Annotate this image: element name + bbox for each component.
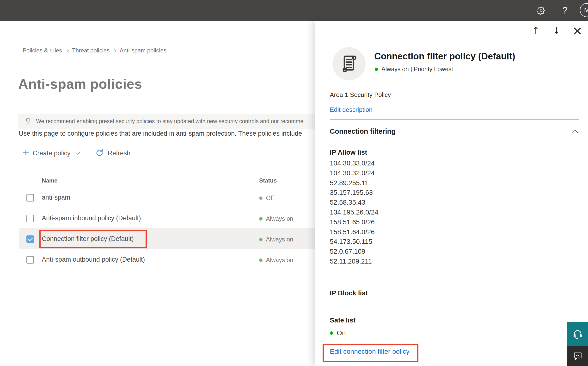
section-connection-filtering[interactable]: Connection filtering — [330, 128, 579, 135]
divider — [330, 119, 579, 120]
ip-entry: 52.89.255.11 — [330, 178, 378, 188]
row-name[interactable]: Anti-spam outbound policy (Default) — [42, 256, 145, 263]
details-panel: ↑ ↓ × Connection filter policy (Default) — [315, 21, 588, 366]
arrow-up-icon: ↑ — [532, 25, 540, 36]
row-checkbox[interactable] — [26, 215, 34, 222]
policy-description: Area 1 Security Policy — [330, 91, 391, 99]
ip-entry: 35.157.195.63 — [330, 188, 378, 198]
banner-text: We recommend enabling preset security po… — [36, 118, 303, 125]
status-dot-on — [330, 331, 333, 335]
row-name[interactable]: Connection filter policy (Default) — [42, 235, 134, 243]
ip-entry: 52.11.209.211 — [330, 257, 378, 267]
table-row-connection-filter-policy[interactable]: Connection filter policy (Default) Alway… — [19, 229, 315, 249]
avatar-initial: M — [584, 7, 588, 14]
safe-list-label: Safe list — [330, 316, 355, 324]
row-status: Always on — [259, 236, 293, 243]
toolbar: + Create policy Refresh — [22, 147, 130, 159]
chevron-down-icon — [76, 151, 80, 155]
settings-button[interactable] — [533, 0, 549, 21]
ip-entry: 158.51.65.0/26 — [330, 217, 378, 227]
breadcrumb: Policies & rules Threat policies Anti-sp… — [22, 47, 166, 54]
row-checkbox-checked[interactable] — [26, 236, 34, 243]
chevron-up-icon[interactable] — [572, 129, 578, 136]
status-dot-on — [259, 238, 263, 241]
status-dot-on — [259, 259, 263, 262]
table-row-inbound-policy[interactable]: Anti-spam inbound policy (Default) Alway… — [19, 208, 315, 229]
ip-entry: 104.30.33.0/24 — [330, 159, 378, 168]
policy-icon-circle — [332, 47, 366, 80]
screen: ? M Policies & rules Threat policies Ant… — [0, 0, 588, 366]
close-icon: × — [572, 23, 583, 38]
row-status: Always on — [259, 215, 293, 222]
refresh-icon — [95, 148, 104, 158]
row-checkbox[interactable] — [26, 194, 34, 201]
page-title: Anti-spam policies — [18, 76, 142, 92]
section-title: Connection filtering — [330, 128, 396, 135]
ip-entry: 134.195.26.0/24 — [330, 207, 378, 217]
ip-entry: 54.173.50.115 — [330, 237, 378, 247]
create-policy-label: Create policy — [33, 150, 71, 157]
avatar[interactable]: M — [580, 3, 588, 17]
status-dot-on — [375, 68, 378, 71]
help-icon: ? — [562, 5, 567, 16]
next-item-button[interactable]: ↓ — [551, 25, 562, 36]
arrow-down-icon: ↓ — [553, 25, 560, 36]
ip-allow-list-label: IP Allow list — [330, 149, 367, 156]
ip-entry: 52.0.67.109 — [330, 247, 378, 257]
panel-title: Connection filter policy (Default) — [374, 51, 515, 61]
table-header: Name Status — [19, 175, 315, 187]
chevron-right-icon — [113, 49, 116, 53]
ip-entry: 104.30.32.0/24 — [330, 168, 378, 178]
panel-status-line: Always on | Priority Lowest — [375, 66, 453, 73]
topbar: ? M — [0, 0, 588, 21]
ip-allow-list: 104.30.33.0/24 104.30.32.0/24 52.89.255.… — [330, 159, 378, 267]
table-row-outbound-policy[interactable]: Anti-spam outbound policy (Default) Alwa… — [19, 249, 315, 270]
feedback-button[interactable] — [567, 346, 588, 366]
row-status: Always on — [259, 257, 293, 264]
column-header-name[interactable]: Name — [42, 177, 57, 184]
scroll-policy-icon — [341, 54, 357, 74]
ip-block-list-label: IP Block list — [330, 289, 368, 297]
row-status: Off — [259, 195, 274, 201]
column-header-status[interactable]: Status — [259, 177, 277, 184]
edit-description-link[interactable]: Edit description — [330, 106, 373, 114]
support-button[interactable] — [567, 322, 588, 346]
close-panel-button[interactable]: × — [572, 25, 582, 36]
breadcrumb-threat-policies[interactable]: Threat policies — [72, 47, 110, 54]
breadcrumb-anti-spam-policies[interactable]: Anti-spam policies — [120, 47, 166, 54]
lightbulb-icon — [24, 116, 32, 127]
feedback-icon — [572, 350, 583, 362]
status-dot-on — [259, 217, 263, 221]
gear-icon — [537, 6, 545, 15]
policy-table: Name Status anti-spam Off Anti-spam inbo… — [19, 175, 315, 270]
refresh-label: Refresh — [108, 150, 130, 157]
create-policy-button[interactable]: + Create policy — [22, 149, 79, 157]
table-row-anti-spam[interactable]: anti-spam Off — [19, 187, 315, 208]
refresh-button[interactable]: Refresh — [95, 148, 130, 158]
ip-entry: 158.51.64.0/26 — [330, 227, 378, 237]
help-button[interactable]: ? — [557, 0, 573, 21]
previous-item-button[interactable]: ↑ — [531, 25, 541, 36]
chevron-right-icon — [65, 49, 69, 53]
edit-connection-filter-policy-link[interactable]: Edit connection filter policy — [330, 348, 410, 355]
row-checkbox[interactable] — [26, 256, 34, 264]
panel-nav: ↑ ↓ × — [531, 25, 582, 36]
row-name[interactable]: Anti-spam inbound policy (Default) — [42, 214, 141, 222]
row-name[interactable]: anti-spam — [42, 194, 70, 201]
headset-icon — [572, 328, 584, 341]
ip-entry: 52.58.35.43 — [330, 198, 378, 207]
status-dot-off — [259, 197, 263, 200]
breadcrumb-policies-rules[interactable]: Policies & rules — [22, 47, 62, 54]
safe-list-status: On — [330, 329, 346, 337]
plus-icon: + — [22, 148, 29, 157]
